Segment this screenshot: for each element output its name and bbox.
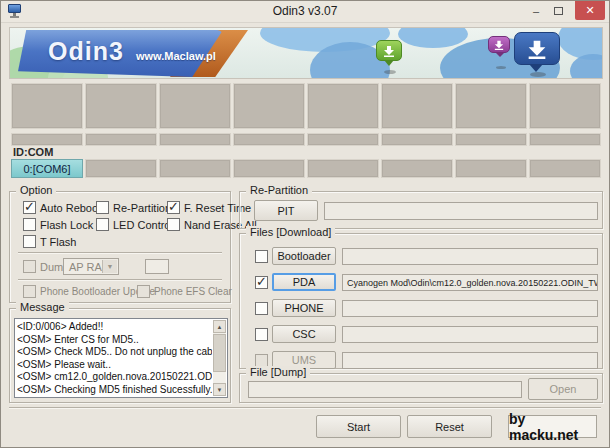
pit-button[interactable]: PIT [254, 200, 318, 221]
progress-slot [529, 83, 601, 129]
pda-checkbox[interactable] [255, 276, 268, 289]
log-line: <OSM> Check MD5.. Do not unplug the cabl… [17, 346, 212, 359]
bootloader-checkbox[interactable] [255, 250, 268, 263]
status-slot [11, 133, 83, 146]
progress-slot [11, 83, 83, 129]
message-lines: <ID:0/006> Added!! <OSM> Enter CS for MD… [17, 321, 212, 395]
download-pin-green-icon [376, 40, 402, 61]
checkbox-auto-reboot[interactable]: Auto Reboot [23, 201, 101, 214]
idcom-slot [159, 159, 231, 178]
titlebar: Odin3 v3.07 – ✕ [1, 1, 609, 23]
message-scrollbar[interactable]: ▲ ▼ [213, 320, 226, 396]
checkbox-box [137, 285, 150, 298]
pit-path-field[interactable] [324, 202, 598, 220]
scroll-up-icon[interactable]: ▲ [213, 320, 226, 333]
pin-shadow [384, 70, 396, 74]
maximize-icon[interactable] [547, 1, 569, 21]
chevron-down-icon: ▼ [102, 260, 117, 273]
checkbox-phone-bootloader-update: Phone Bootloader Update [23, 285, 155, 298]
divider [18, 279, 222, 281]
files-download-group: Files [Download] Bootloader PDA Cyanogen… [239, 233, 603, 369]
close-icon[interactable]: ✕ [575, 1, 605, 20]
idcom-slot [307, 159, 379, 178]
checkbox-led-control[interactable]: LED Control [96, 218, 173, 231]
divider [9, 407, 601, 409]
phone-path-field[interactable] [342, 300, 598, 317]
idcom-label: ID:COM [13, 146, 53, 158]
progress-slot-row [11, 83, 601, 129]
idcom-port-active: 0:[COM6] [11, 159, 83, 178]
checkbox-box[interactable] [96, 218, 109, 231]
pda-path-field[interactable]: Cyanogen Mod\Odin\cm12.0_golden.nova.201… [342, 274, 598, 291]
progress-slot [381, 83, 453, 129]
idcom-slot [529, 159, 601, 178]
ums-path-field [342, 352, 598, 369]
download-pin-blue-icon [514, 32, 560, 65]
file-dump-caption: File [Dump] [246, 366, 310, 378]
checkbox-label: Phone EFS Clear [154, 286, 232, 297]
pda-button[interactable]: PDA [272, 273, 336, 291]
status-slot [381, 133, 453, 146]
pin-shadow [530, 72, 546, 77]
checkbox-re-partition[interactable]: Re-Partition [96, 201, 171, 214]
log-line: <OSM> Checking MD5 finished Sucessfully.… [17, 384, 212, 395]
checkbox-box[interactable] [23, 235, 36, 248]
credit-badge: by macku.net [508, 415, 597, 438]
csc-checkbox[interactable] [255, 328, 268, 341]
status-slot [529, 133, 601, 146]
idcom-slot [233, 159, 305, 178]
checkbox-box[interactable] [167, 218, 180, 231]
banner: Odin3 www.Maclaw.pl [9, 27, 603, 79]
log-line: <OSM> Please wait.. [17, 359, 212, 372]
checkbox-label: Auto Reboot [40, 202, 101, 214]
message-log[interactable]: <ID:0/006> Added!! <OSM> Enter CS for MD… [14, 318, 228, 398]
status-slot [85, 133, 157, 146]
checkbox-label: Re-Partition [113, 202, 171, 214]
minimize-icon[interactable]: – [525, 1, 547, 21]
message-group: Message <ID:0/006> Added!! <OSM> Enter C… [9, 308, 231, 403]
checkbox-box[interactable] [96, 201, 109, 214]
progress-slot [85, 83, 157, 129]
log-line: <ID:0/006> Added!! [17, 321, 212, 334]
files-download-caption: Files [Download] [246, 226, 335, 238]
checkbox-box[interactable] [23, 218, 36, 231]
repartition-group: Re-Partition PIT [239, 191, 603, 229]
idcom-slot [455, 159, 527, 178]
status-slot [307, 133, 379, 146]
status-slot [455, 133, 527, 146]
checkbox-t-flash[interactable]: T Flash [23, 235, 76, 248]
map-land [398, 27, 468, 48]
phone-button[interactable]: PHONE [272, 299, 336, 317]
repartition-caption: Re-Partition [246, 184, 312, 196]
csc-button[interactable]: CSC [272, 325, 336, 343]
checkbox-label: T Flash [40, 236, 76, 248]
csc-path-field[interactable] [342, 326, 598, 343]
bootloader-button[interactable]: Bootloader [272, 247, 336, 265]
start-button[interactable]: Start [316, 415, 401, 438]
dump-path-field [248, 381, 522, 398]
checkbox-label: Flash Lock [40, 219, 93, 231]
odin-logo: Odin3 www.Maclaw.pl [18, 30, 268, 77]
download-pin-purple-icon [488, 36, 510, 53]
checkbox-label: LED Control [113, 219, 173, 231]
checkbox-box [23, 285, 36, 298]
log-line: <OSM> Enter CS for MD5.. [17, 334, 212, 347]
status-slot [233, 133, 305, 146]
idcom-slot [85, 159, 157, 178]
status-slot [159, 133, 231, 146]
bootloader-path-field[interactable] [342, 248, 598, 265]
checkbox-phone-efs-clear: Phone EFS Clear [137, 285, 232, 298]
progress-slot [233, 83, 305, 129]
checkbox-box[interactable] [167, 201, 180, 214]
phone-checkbox[interactable] [255, 302, 268, 315]
option-group: Option Auto Reboot Re-Partition F. Reset… [9, 191, 231, 303]
checkbox-flash-lock[interactable]: Flash Lock [23, 218, 93, 231]
reset-button[interactable]: Reset [407, 415, 492, 438]
file-dump-group: File [Dump] Open [239, 373, 603, 403]
logo-title: Odin3 [48, 37, 124, 66]
progress-slot [159, 83, 231, 129]
divider [18, 252, 222, 254]
checkbox-box[interactable] [23, 201, 36, 214]
scrollbar-thumb[interactable] [213, 334, 226, 372]
scroll-down-icon[interactable]: ▼ [213, 383, 226, 396]
